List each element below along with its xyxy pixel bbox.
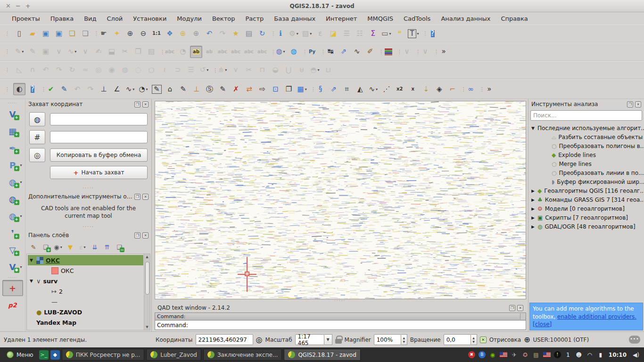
fill-ring-button[interactable]: ◍ bbox=[119, 64, 131, 76]
zoom-last-button[interactable]: ↶ bbox=[203, 27, 215, 40]
task-luber-zavod[interactable]: Luber_Zavod bbox=[146, 349, 201, 361]
cad-x-button[interactable]: x bbox=[407, 83, 419, 95]
add-virtual-layer-button[interactable]: V ▾ ✱ bbox=[2, 259, 23, 275]
pan-map-button[interactable]: ☛ bbox=[98, 27, 110, 40]
menu-button[interactable]: Меню bbox=[3, 350, 37, 360]
close-panel-icon[interactable]: ✕ bbox=[142, 101, 149, 107]
menu-mmqgis[interactable]: MMQGIS bbox=[362, 14, 398, 24]
text-annotation-button[interactable]: T ▾ bbox=[406, 27, 420, 40]
scroll-up-icon[interactable]: ▲ bbox=[146, 254, 148, 260]
label-visibility-button[interactable]: abc bbox=[216, 46, 229, 58]
cad-crosshair-button[interactable]: ⌗ bbox=[341, 83, 353, 95]
menu-edit[interactable]: Правка bbox=[45, 14, 79, 24]
clipboard-icon[interactable]: ▤ bbox=[532, 352, 540, 358]
split-features-button[interactable]: ⋔ ▾ bbox=[216, 64, 229, 76]
zoom-to-selection-button[interactable]: ⊕ bbox=[177, 27, 189, 40]
rotate-point-symbols-button[interactable]: ↺ ▾ bbox=[198, 64, 210, 76]
zoom-to-layer-button[interactable]: ⊕ bbox=[190, 27, 202, 40]
menu-processing[interactable]: Анализ данных bbox=[436, 14, 495, 24]
cad-boxed-pencil-button[interactable]: ✎ bbox=[150, 83, 163, 95]
alg-group-qgis[interactable]: ▶ ◆ Геоалгоритмы QGIS [116 геоалг... bbox=[531, 186, 644, 195]
flag-icon[interactable] bbox=[500, 352, 507, 357]
expression-filter-button[interactable]: ε ▾ bbox=[77, 241, 88, 253]
remove-layer-button[interactable]: ❏ − bbox=[114, 241, 125, 253]
plane-icon[interactable]: ✈ bbox=[511, 352, 518, 358]
measure-button[interactable]: ▭ ▾ bbox=[380, 27, 392, 40]
lock-scale-icon[interactable] bbox=[335, 339, 342, 344]
zoom-out-button[interactable]: ⊖ bbox=[137, 27, 149, 40]
terminal-quick-icon[interactable]: >_ bbox=[39, 350, 49, 360]
cad-angle-line-button[interactable]: ∠ bbox=[111, 83, 123, 95]
cad-stamp-button[interactable]: ⊥ bbox=[190, 83, 203, 95]
menu-plugins[interactable]: Модули bbox=[172, 14, 207, 24]
zoom-native-button[interactable]: 1:1 bbox=[150, 27, 163, 40]
save-project-button[interactable]: ▣ bbox=[40, 27, 52, 40]
metasearch-search-button[interactable]: ◍ bbox=[288, 46, 300, 58]
map-canvas[interactable] bbox=[155, 101, 526, 299]
cad-csv-button[interactable]: ∨ bbox=[419, 46, 431, 58]
cad-link-button[interactable]: ∞ bbox=[465, 83, 477, 95]
rotate-feature-button[interactable]: ↻ bbox=[66, 64, 78, 76]
label-pin-button[interactable]: ab bbox=[203, 46, 215, 58]
flag2-icon[interactable] bbox=[543, 352, 551, 357]
node-tool-button[interactable]: ✍ bbox=[92, 46, 105, 58]
feature-action-button[interactable]: ⚙ ▾ bbox=[288, 27, 300, 40]
statistics-button[interactable]: Σ bbox=[367, 27, 379, 40]
metasearch-add-button[interactable]: ◍ ▾ bbox=[274, 46, 287, 58]
paste-features-button[interactable]: ▤ bbox=[145, 46, 157, 58]
menu-database[interactable]: База данных bbox=[269, 14, 321, 24]
cad-dots-button[interactable]: ⋰ bbox=[380, 83, 393, 95]
expander-icon[interactable]: ▶ bbox=[531, 224, 537, 229]
save-project-as-button[interactable]: ▣ bbox=[53, 27, 65, 40]
user-icon[interactable]: ☻ bbox=[575, 352, 583, 358]
add-delimited-text-button[interactable]: ✒ + bbox=[2, 140, 23, 156]
deselect-all-button[interactable]: ◪ bbox=[327, 27, 339, 40]
seal-icon[interactable]: ✪ bbox=[521, 352, 529, 358]
magnifier-value[interactable]: 100% bbox=[374, 334, 401, 345]
delete-selected-button[interactable]: ⬓ bbox=[106, 46, 118, 58]
map-tips-button[interactable]: ❝ bbox=[393, 27, 405, 40]
coordinates-input[interactable]: 2211963,460297 bbox=[196, 334, 253, 345]
expander-icon[interactable]: ▼ bbox=[531, 126, 537, 131]
dock-splitter-handle[interactable]: ····· bbox=[25, 186, 151, 191]
show-bookmarks-button[interactable]: ▤ bbox=[243, 27, 255, 40]
expand-all-button[interactable]: ⇊ bbox=[89, 241, 100, 253]
alg-lines-to-polygons[interactable]: ○ Преобразовать линии в по... bbox=[531, 168, 644, 177]
legend-row-oks[interactable]: ОКС bbox=[28, 265, 143, 276]
dock-splitter-handle[interactable]: ····· bbox=[152, 299, 528, 303]
task-pkk-rosreestr[interactable]: ПКК Росреестр не р... bbox=[62, 349, 145, 361]
close-panel-icon[interactable]: ✕ bbox=[635, 101, 641, 107]
toolbar-overflow-2-button[interactable]: » bbox=[483, 83, 495, 95]
buffer-feature-button[interactable]: ◓ ▾ bbox=[309, 64, 321, 76]
refresh-button[interactable]: ↻ bbox=[256, 27, 268, 40]
cad-nodes-button[interactable]: ∨ bbox=[401, 46, 413, 58]
float-panel-icon[interactable]: ❐ bbox=[134, 232, 140, 239]
current-edits-button[interactable]: ✎ ▾ bbox=[13, 46, 25, 58]
alg-group-models[interactable]: ▶ ⚙ Модели [0 геоалгоритмов] bbox=[531, 204, 644, 213]
cad-legend-button[interactable]: ▤ bbox=[382, 46, 395, 58]
dock-splitter-handle[interactable]: ····· bbox=[25, 224, 151, 230]
menu-web[interactable]: Интернет bbox=[321, 14, 362, 24]
cad-undo-button[interactable]: ↶ bbox=[71, 83, 83, 95]
menu-layer[interactable]: Слой bbox=[102, 14, 128, 24]
scrollbar-thumb[interactable] bbox=[145, 262, 149, 295]
cad-perpendicular-line-button[interactable]: ⊥ bbox=[98, 83, 110, 95]
cad-arrow-ne-button[interactable]: ⇗ bbox=[328, 83, 340, 95]
move-label-button[interactable]: abc bbox=[230, 46, 242, 58]
rotate-label-button[interactable]: abc bbox=[243, 46, 255, 58]
identify-button[interactable]: ℹ bbox=[274, 27, 287, 40]
copy-features-button[interactable]: ❐ bbox=[132, 46, 144, 58]
alg-group-scripts[interactable]: ▶ ▣ Скрипты [7 геоалгоритмов] bbox=[531, 213, 644, 222]
battery-icon[interactable]: ▮ bbox=[597, 352, 604, 358]
cad-edit-polygon-button[interactable]: ✎ bbox=[177, 83, 190, 95]
add-wms-layer-button[interactable]: ◍ ▾ + bbox=[2, 174, 23, 190]
collapse-all-button[interactable]: ⇈ bbox=[101, 241, 113, 253]
layer-row-surv[interactable]: ▼ ∨ surv bbox=[28, 276, 143, 286]
layer-tree-scrollbar[interactable]: ▲ ▼ bbox=[144, 254, 150, 330]
cad-mirror-button[interactable]: ◭ bbox=[354, 83, 366, 95]
save-edits-button[interactable]: ▣ bbox=[40, 46, 52, 58]
alg-polygons-to-lines[interactable]: ○ Преобразовать полигоны в... bbox=[531, 141, 644, 150]
change-label-button[interactable]: abc bbox=[256, 46, 268, 58]
alg-split-multipart[interactable]: ⌓ Разбить составные объекты bbox=[531, 132, 644, 141]
menu-raster[interactable]: Растр bbox=[240, 14, 269, 24]
